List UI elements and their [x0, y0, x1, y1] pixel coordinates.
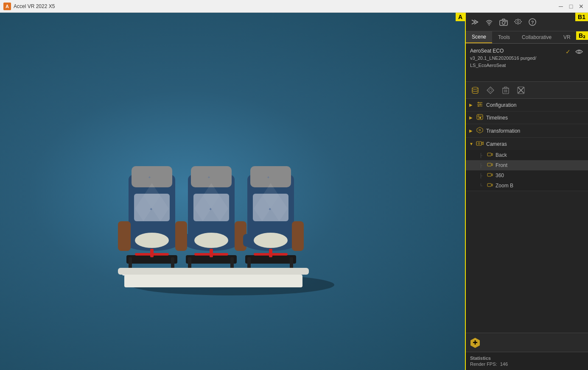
viewport[interactable]: ✦ ✦ — [0, 13, 465, 370]
svg-rect-90 — [476, 142, 482, 145]
tree-header-configuration[interactable]: ▶ Configuration — [466, 99, 588, 111]
svg-marker-88 — [477, 127, 483, 133]
zoom-indent: └ — [479, 184, 484, 188]
tab-vr[interactable]: VR — [557, 31, 577, 43]
back-indent: ├ — [479, 153, 484, 158]
tree-panel[interactable]: ▶ Configuration — [466, 99, 588, 333]
tabs-bar: B₂ Scene Tools Collaborative VR — [466, 31, 588, 44]
tree-section-transformation: ▶ Transformation — [466, 124, 588, 138]
database-icon[interactable] — [469, 84, 481, 96]
svg-point-60 — [502, 21, 505, 24]
tree-section-configuration: ▶ Configuration — [466, 99, 588, 111]
front-cam-icon — [487, 162, 493, 168]
camera-back[interactable]: ├ Back — [466, 150, 588, 160]
tab-tools[interactable]: Tools — [492, 31, 516, 43]
titlebar: A Accel VR 2022 X5 ─ □ ✕ — [0, 0, 588, 13]
main-layout: ✦ ✦ — [0, 13, 588, 370]
arrow-timelines: ▶ — [469, 115, 473, 120]
svg-text:✦: ✦ — [268, 207, 272, 211]
svg-rect-53 — [118, 268, 309, 275]
statistics-title: Statistics — [470, 356, 584, 361]
svg-rect-87 — [479, 117, 481, 119]
360-indent: ├ — [479, 173, 484, 178]
svg-rect-17 — [150, 249, 154, 257]
zoom-b-label: Zoom B — [496, 183, 513, 189]
help-icon[interactable]: ? — [526, 16, 539, 28]
wifi-icon[interactable] — [483, 16, 496, 28]
svg-text:✦: ✦ — [266, 175, 270, 180]
scene-info: AeroSeat ECO v3_20.1_LNE20200516 purged/… — [466, 44, 588, 82]
app-title: Accel VR 2022 X5 — [14, 3, 55, 9]
seat-3d-view: ✦ ✦ — [101, 90, 364, 302]
arrow-configuration: ▶ — [469, 103, 473, 107]
diamond-icon[interactable] — [484, 84, 496, 96]
arrow-cameras: ▼ — [469, 142, 473, 146]
app-icon: A — [3, 3, 11, 10]
arrow-transformation: ▶ — [469, 128, 473, 133]
svg-text:✦: ✦ — [149, 207, 153, 211]
config-icon — [476, 101, 484, 108]
tab-scene[interactable]: Scene — [466, 31, 492, 43]
svg-point-89 — [479, 129, 481, 131]
svg-point-65 — [578, 51, 580, 53]
minimize-button[interactable]: ─ — [557, 3, 564, 10]
panel-label-a: A — [456, 13, 465, 21]
svg-rect-35 — [210, 249, 213, 257]
close-button[interactable]: ✕ — [578, 3, 585, 10]
right-toolbar: ? — [466, 13, 588, 31]
svg-rect-94 — [487, 173, 491, 176]
maximize-button[interactable]: □ — [568, 3, 574, 10]
scene-title: AeroSeat ECO — [470, 47, 561, 55]
svg-rect-15 — [118, 221, 131, 251]
panel-label-b2: B₂ — [576, 31, 588, 40]
svg-text:✦: ✦ — [207, 175, 211, 180]
cross-icon[interactable] — [515, 84, 527, 96]
timelines-label: Timelines — [486, 115, 508, 121]
fps-row: Render FPS: 146 — [470, 362, 584, 367]
scene-actions: ✓ — [563, 47, 584, 56]
trash-icon[interactable] — [500, 84, 512, 96]
camera-front[interactable]: ├ Front — [466, 160, 588, 170]
cameras-icon — [476, 140, 484, 147]
tab-collaborative[interactable]: Collaborative — [516, 31, 557, 43]
timelines-icon — [476, 114, 484, 121]
camera-360[interactable]: ├ 360 — [466, 170, 588, 181]
tree-section-cameras: ▼ Cameras ├ — [466, 138, 588, 191]
svg-point-58 — [489, 24, 490, 25]
cameras-label: Cameras — [486, 141, 507, 147]
add-button[interactable] — [469, 337, 481, 348]
tree-header-timelines[interactable]: ▶ Timelines — [466, 111, 588, 124]
window-controls: ─ □ ✕ — [557, 3, 585, 10]
tree-section-timelines: ▶ Timelines — [466, 111, 588, 124]
svg-point-91 — [478, 143, 480, 145]
svg-rect-50 — [292, 221, 304, 251]
svg-rect-71 — [504, 87, 507, 88]
svg-text:?: ? — [531, 20, 534, 25]
panel-label-b1: B1 — [575, 13, 588, 21]
forward-icon[interactable] — [468, 16, 481, 28]
back-label: Back — [496, 152, 507, 158]
tree-header-transformation[interactable]: ▶ Transformation — [466, 124, 588, 137]
add-button-row — [466, 333, 588, 352]
scene-name-block: AeroSeat ECO v3_20.1_LNE20200516 purged/… — [470, 47, 561, 69]
svg-marker-68 — [489, 89, 492, 92]
scene-eye-btn[interactable] — [574, 47, 584, 56]
svg-rect-32 — [175, 221, 187, 251]
camera-zoom-b[interactable]: └ Zoom B — [466, 181, 588, 191]
settings-icon[interactable] — [512, 16, 524, 28]
tree-header-cameras[interactable]: ▼ Cameras — [466, 138, 588, 150]
scene-check-btn[interactable]: ✓ — [563, 47, 573, 56]
configuration-label: Configuration — [486, 102, 516, 108]
svg-point-14 — [135, 233, 169, 248]
front-indent: ├ — [479, 163, 484, 168]
scene-file: v3_20.1_LNE20200516 purged/ — [470, 55, 561, 62]
svg-rect-92 — [487, 153, 491, 156]
svg-rect-95 — [487, 184, 491, 186]
svg-marker-67 — [487, 87, 494, 94]
svg-text:✦: ✦ — [209, 207, 212, 211]
fps-value: 146 — [500, 362, 508, 367]
icons-bar — [466, 82, 588, 99]
svg-point-31 — [194, 233, 228, 248]
camera-toolbar-icon[interactable] — [497, 16, 510, 28]
svg-rect-52 — [269, 249, 272, 257]
